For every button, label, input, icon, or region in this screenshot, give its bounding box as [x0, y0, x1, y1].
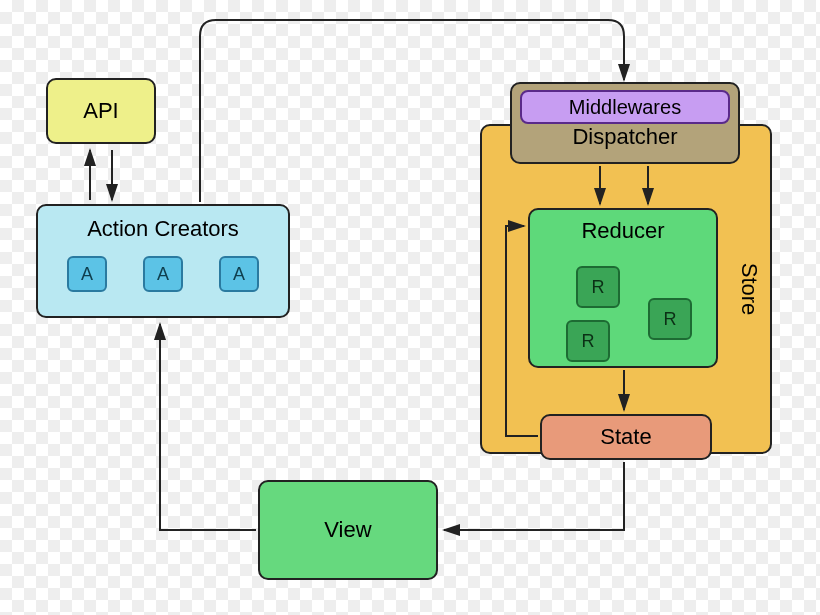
store-label: Store [737, 263, 763, 316]
view-box: View [258, 480, 438, 580]
state-label: State [600, 424, 651, 450]
action-creators-box: Action Creators A A A [36, 204, 290, 318]
reducer-label: Reducer [581, 218, 664, 244]
view-label: View [324, 517, 371, 543]
dispatcher-box: Middlewares Dispatcher [510, 82, 740, 164]
action-creators-label: Action Creators [87, 216, 239, 242]
reducer-box: Reducer R R R [528, 208, 718, 368]
api-label: API [83, 98, 118, 124]
state-box: State [540, 414, 712, 460]
reducer-chip: R [566, 320, 610, 362]
reducer-chip: R [648, 298, 692, 340]
action-chip: A [67, 256, 107, 292]
action-chip: A [143, 256, 183, 292]
action-chips-row: A A A [67, 256, 259, 292]
api-box: API [46, 78, 156, 144]
reducer-chip: R [576, 266, 620, 308]
arrow-state-to-view [444, 462, 624, 530]
middlewares-box: Middlewares [520, 90, 730, 124]
action-chip: A [219, 256, 259, 292]
arrow-view-to-actioncreators [160, 324, 256, 530]
dispatcher-label: Dispatcher [572, 124, 677, 150]
middlewares-label: Middlewares [569, 96, 681, 119]
